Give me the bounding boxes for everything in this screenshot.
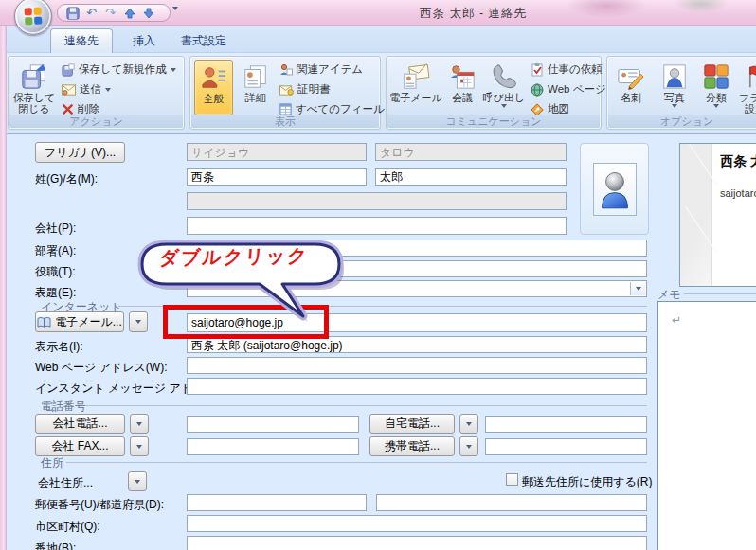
chevron-down-icon [136, 422, 142, 426]
web-page-label: Web ページ アドレス(W): [35, 360, 167, 376]
group-label-options: オプション [608, 115, 756, 128]
postal-prefecture-label: 郵便番号(U)/都道府県(D): [35, 497, 164, 513]
web-page-button[interactable]: Web ページ [531, 80, 606, 98]
chevron-down-icon [636, 287, 641, 291]
address-book-icon [37, 316, 51, 328]
email-contact-icon [401, 62, 431, 92]
memo-textarea[interactable]: ↵ [657, 301, 756, 550]
web-page-field[interactable] [187, 357, 647, 374]
previous-item-button[interactable] [122, 6, 136, 20]
activities-button[interactable]: 関連アイテム [279, 61, 363, 79]
postal-code-field[interactable] [187, 494, 367, 511]
up-arrow-icon [124, 8, 135, 19]
certificate-icon [279, 84, 294, 96]
home-phone-dropdown[interactable] [459, 414, 478, 434]
categorize-icon [703, 62, 729, 92]
card-image-strip [680, 144, 712, 286]
home-phone-field[interactable] [485, 416, 647, 433]
business-phone-dropdown[interactable] [130, 414, 149, 434]
business-fax-dropdown[interactable] [130, 436, 149, 456]
photo-frame [593, 163, 637, 216]
save-new-button[interactable]: 保存して新規作成 [62, 61, 176, 79]
business-fax-field[interactable] [187, 438, 359, 455]
assign-task-button[interactable]: 仕事の依頼 [531, 61, 603, 79]
tab-format[interactable]: 書式設定 [172, 28, 235, 53]
red-highlight-box [163, 305, 329, 339]
furigana-firstname-field[interactable]: タロウ [375, 143, 567, 161]
redo-button[interactable]: ↷ [103, 6, 117, 20]
certificates-button[interactable]: 証明書 [279, 80, 331, 98]
categorize-button[interactable]: 分類 [698, 60, 734, 115]
ribbon-group-options: 名刺 写真 分類 フラグ設定 オ [606, 56, 756, 130]
task-icon [531, 63, 544, 77]
business-phone-field[interactable] [187, 416, 359, 433]
tab-contact[interactable]: 連絡先 [50, 28, 113, 53]
undo-button[interactable]: ↶ [84, 6, 99, 20]
mobile-phone-dropdown[interactable] [459, 436, 478, 456]
fileas-combobox[interactable] [187, 280, 647, 297]
meeting-button[interactable]: 会議 [444, 60, 480, 115]
email-dropdown-button[interactable] [129, 311, 148, 332]
chevron-down-icon [105, 88, 111, 92]
last-name-field[interactable]: 西条 [187, 168, 367, 186]
group-label-show: 表示 [191, 115, 379, 128]
save-close-icon [20, 62, 48, 92]
details-view-button[interactable]: 詳細 [236, 60, 275, 115]
save-close-button[interactable]: 保存して閉じる [12, 60, 56, 115]
general-view-button[interactable]: 全般 [194, 60, 233, 115]
jobtitle-label: 役職(T): [35, 264, 76, 280]
call-button[interactable]: 呼び出し [482, 60, 526, 115]
furigana-button[interactable]: フリガナ(V)... [35, 142, 125, 163]
group-label-communicate: コミュニケーション [387, 115, 600, 128]
email-field-button[interactable]: 電子メール... [35, 311, 124, 332]
im-address-field[interactable] [187, 378, 647, 395]
ribbon-group-communicate: 電子メール 会議 呼び出し 仕事の依頼 Web ページ [386, 56, 602, 130]
next-item-button[interactable] [141, 6, 155, 20]
city-label: 市区町村(Q): [35, 519, 100, 535]
save-new-icon [62, 63, 75, 77]
mailing-address-checkbox[interactable] [506, 473, 518, 486]
city-field[interactable] [187, 515, 647, 532]
phone-handset-icon [490, 62, 518, 92]
street-label: 番地(B): [35, 541, 76, 550]
mobile-phone-field[interactable] [485, 438, 647, 455]
section-divider [85, 405, 647, 406]
person-silhouette-icon [598, 169, 632, 209]
prefecture-field[interactable] [376, 494, 647, 511]
ribbon: 保存して閉じる 保存して新規作成 送信 削除 アクション [0, 53, 756, 134]
home-phone-button[interactable]: 自宅電話... [369, 414, 455, 434]
first-name-field[interactable]: 太郎 [375, 168, 567, 186]
tab-insert[interactable]: 挿入 [119, 28, 169, 53]
contact-photo-button[interactable] [580, 143, 649, 235]
ribbon-tab-strip: 連絡先 挿入 書式設定 [0, 26, 756, 53]
picture-person-icon [661, 62, 688, 92]
related-items-icon [279, 63, 293, 76]
phone-section-label: 電話番号 [41, 399, 86, 415]
save-button[interactable] [65, 6, 80, 20]
fileas-dropdown-button[interactable] [630, 282, 645, 295]
follow-up-flag-button[interactable]: フラグ設定 [738, 60, 756, 115]
chevron-down-icon [713, 104, 719, 108]
business-card-button[interactable]: 名刺 [611, 60, 651, 115]
company-field[interactable] [187, 217, 567, 235]
business-fax-button[interactable]: 会社 FAX... [35, 436, 125, 456]
down-arrow-icon [143, 8, 154, 19]
furigana-lastname-field[interactable]: サイジョウ [187, 143, 367, 161]
section-divider [66, 462, 647, 463]
chevron-down-icon [172, 7, 178, 10]
details-card-icon [243, 62, 269, 92]
middle-name-field[interactable] [187, 192, 567, 210]
mobile-phone-button[interactable]: 携帯電話... [369, 436, 455, 456]
business-phone-button[interactable]: 会社電話... [35, 414, 125, 434]
email-button[interactable]: 電子メール [389, 60, 442, 115]
chevron-down-icon [466, 445, 472, 449]
qat-customize-button[interactable] [172, 7, 184, 18]
street-field[interactable] [187, 536, 647, 550]
picture-button[interactable]: 写真 [657, 60, 693, 115]
business-card-icon [617, 62, 645, 92]
display-name-label: 表示名(I): [35, 339, 83, 355]
business-address-button[interactable]: 会社住所... [38, 475, 93, 491]
business-address-dropdown[interactable] [128, 471, 147, 491]
card-name: 西条 太郎 [720, 153, 756, 170]
send-button[interactable]: 送信 [62, 80, 111, 98]
